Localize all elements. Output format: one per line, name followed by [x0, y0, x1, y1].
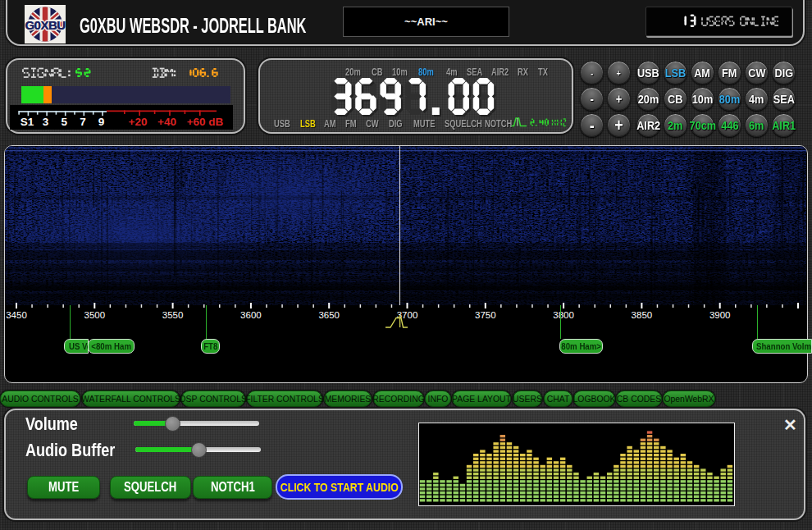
svg-text:5: 5: [62, 116, 68, 128]
svg-text:+40: +40: [157, 116, 176, 128]
svg-text:9: 9: [98, 116, 105, 128]
svg-text:3: 3: [43, 116, 49, 128]
svg-text:3550: 3550: [162, 310, 184, 320]
svg-text:3900: 3900: [709, 310, 731, 320]
svg-text:3750: 3750: [475, 310, 496, 320]
svg-text:3450: 3450: [6, 310, 27, 320]
svg-text:3600: 3600: [240, 310, 262, 320]
svg-text:3500: 3500: [84, 310, 106, 320]
svg-text:S1: S1: [21, 116, 34, 128]
svg-text:3800: 3800: [553, 310, 574, 320]
svg-text:3650: 3650: [318, 310, 340, 320]
svg-text:G0XBU: G0XBU: [25, 18, 65, 32]
svg-text:7: 7: [80, 116, 86, 128]
svg-text:3850: 3850: [632, 310, 653, 320]
svg-text:+60 dB: +60 dB: [187, 116, 224, 128]
svg-text:+20: +20: [129, 116, 148, 128]
